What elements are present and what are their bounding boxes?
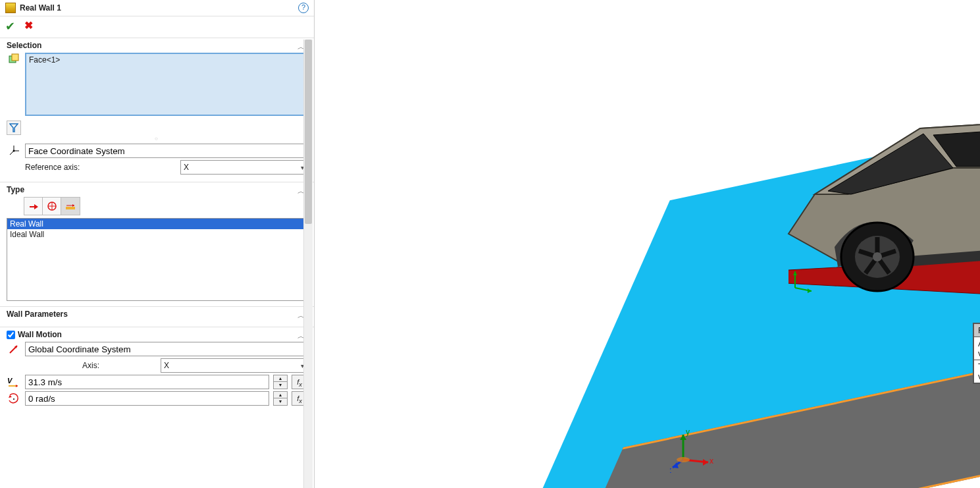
angular-spinner[interactable]: ▴▾ [273, 391, 288, 406]
selection-entity[interactable]: Face<1> [29, 55, 303, 65]
wall-motion-header: Wall Motion [7, 330, 307, 339]
type-mode-2[interactable] [43, 198, 61, 215]
resize-grip[interactable]: ○ [7, 136, 307, 142]
svg-marker-7 [30, 204, 38, 209]
boundary-condition-icon [5, 3, 16, 13]
wall-parameters-title: Wall Parameters [7, 310, 307, 319]
svg-marker-19 [9, 395, 12, 398]
motion-coord-system-input[interactable] [25, 342, 307, 356]
svg-text:z: z [670, 466, 671, 473]
wall-motion-title: Wall Motion [18, 330, 62, 339]
coord-system-icon [7, 145, 21, 157]
angular-icon [7, 393, 21, 404]
motion-axis-value: X [164, 361, 169, 370]
graphics-viewport[interactable]: X Y Real Wall Angular velocity 0 rad/s T… [315, 0, 980, 488]
type-title: Type [7, 185, 307, 194]
wall-parameters-section: Wall Parameters ︿ [0, 307, 314, 327]
svg-point-39 [873, 252, 882, 261]
velocity-icon: V [7, 377, 21, 387]
help-icon[interactable]: ? [298, 3, 309, 13]
ref-axis-value: X [184, 163, 189, 172]
type-option-ideal-wall[interactable]: Ideal Wall [7, 229, 307, 240]
spin-down[interactable]: ▾ [274, 398, 287, 405]
panel-header: Real Wall 1 ? [0, 0, 314, 16]
direction-icon [7, 343, 21, 355]
svg-marker-2 [10, 124, 18, 132]
ref-axis-dropdown[interactable]: X ▾ [180, 160, 307, 175]
svg-point-6 [13, 150, 15, 152]
spin-up[interactable]: ▴ [274, 392, 287, 398]
wall-motion-section: Wall Motion ︿ Axis: X ▾ V ▴▾ fx [0, 327, 314, 413]
svg-point-20 [13, 398, 14, 400]
velocity-spinner[interactable]: ▴▾ [273, 375, 288, 389]
svg-rect-1 [12, 54, 18, 61]
selection-list[interactable]: Face<1> [25, 53, 307, 116]
spin-up[interactable]: ▴ [274, 375, 287, 382]
ref-axis-label: Reference axis: [25, 163, 176, 172]
selection-section: Selection ︿ Face<1> ○ Reference axis: [0, 38, 314, 182]
callout-title: Real Wall [974, 324, 981, 337]
cancel-button[interactable]: ✖ [24, 19, 33, 34]
scrollbar-thumb[interactable] [305, 40, 312, 224]
axis-label: Axis: [25, 361, 157, 370]
type-mode-buttons [24, 197, 80, 215]
motion-axis-dropdown[interactable]: X ▾ [161, 358, 307, 373]
angular-input[interactable] [25, 391, 269, 406]
type-section: Type ︿ Real Wall Ideal Wall [0, 182, 314, 307]
svg-marker-18 [16, 385, 18, 387]
type-option-real-wall[interactable]: Real Wall [7, 219, 307, 229]
svg-rect-11 [66, 207, 75, 209]
car-model[interactable] [756, 102, 980, 293]
type-listbox[interactable]: Real Wall Ideal Wall [7, 218, 307, 301]
type-mode-3[interactable] [61, 198, 80, 215]
view-triad[interactable]: y x z [670, 427, 716, 475]
wall-motion-checkbox[interactable] [7, 331, 15, 339]
svg-marker-57 [703, 459, 708, 466]
panel-title: Real Wall 1 [20, 3, 298, 13]
boundary-callout[interactable]: Real Wall Angular velocity 0 rad/s Trans… [973, 323, 980, 384]
ok-button[interactable]: ✔ [5, 19, 15, 34]
filter-button[interactable] [7, 121, 21, 135]
callout-row-label: Translation velocity [974, 360, 981, 383]
face-select-icon [7, 53, 21, 65]
svg-text:x: x [709, 456, 713, 466]
panel-scrollbar[interactable] [303, 40, 313, 488]
type-mode-1[interactable] [24, 198, 43, 215]
spin-down[interactable]: ▾ [274, 382, 287, 389]
confirm-row: ✔ ✖ [0, 16, 314, 38]
callout-row-label: Angular velocity [974, 337, 981, 360]
svg-text:V: V [7, 377, 13, 385]
svg-marker-13 [72, 204, 74, 207]
velocity-input[interactable] [25, 375, 269, 389]
svg-text:y: y [686, 427, 690, 437]
coord-system-input[interactable] [25, 144, 307, 158]
selection-title: Selection [7, 41, 307, 50]
svg-point-62 [677, 457, 690, 462]
property-panel: Real Wall 1 ? ✔ ✖ Selection ︿ Face<1> ○ [0, 0, 315, 488]
